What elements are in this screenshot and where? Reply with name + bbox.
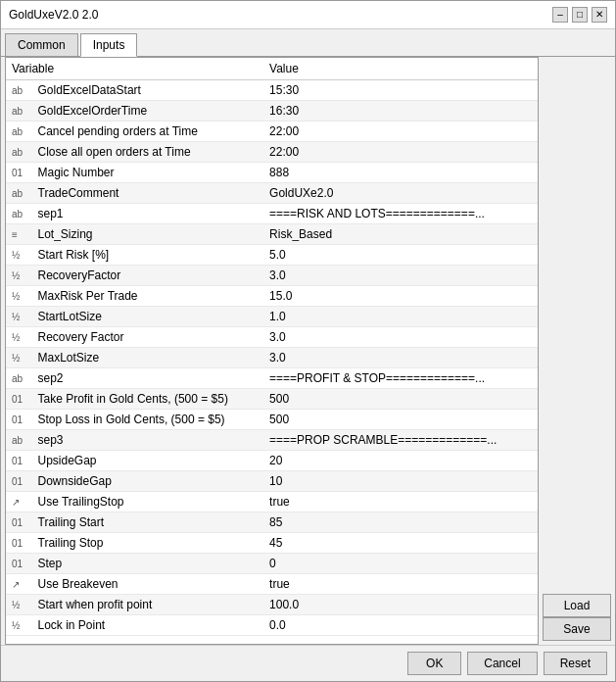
tab-common[interactable]: Common <box>5 33 78 56</box>
row-icon: ↗ <box>6 574 32 595</box>
bottom-bar: OK Cancel Reset <box>1 645 615 681</box>
row-value: 5.0 <box>263 245 538 266</box>
col-variable: Variable <box>6 58 263 80</box>
row-value: Risk_Based <box>263 224 538 245</box>
row-icon: ½ <box>6 286 32 307</box>
table-row[interactable]: ↗Use TrailingStoptrue <box>6 492 538 512</box>
table-row[interactable]: 01UpsideGap20 <box>6 451 538 471</box>
row-value: true <box>263 574 538 595</box>
table-row[interactable]: ½Start Risk [%]5.0 <box>6 245 538 266</box>
row-value: 22:00 <box>263 142 538 163</box>
row-variable: sep2 <box>32 368 264 389</box>
reset-button[interactable]: Reset <box>544 652 607 675</box>
table-row[interactable]: ½MaxRisk Per Trade15.0 <box>6 286 538 307</box>
save-button[interactable]: Save <box>543 617 611 641</box>
row-variable: Use TrailingStop <box>32 492 264 512</box>
row-value: 3.0 <box>263 327 538 348</box>
row-value: 85 <box>263 512 538 533</box>
row-variable: Step <box>32 554 264 574</box>
tab-inputs[interactable]: Inputs <box>80 33 138 57</box>
row-icon: 01 <box>6 533 32 554</box>
table-row[interactable]: ↗Use Breakeventrue <box>6 574 538 595</box>
row-icon: 01 <box>6 389 32 410</box>
row-variable: Close all open orders at Time <box>32 142 264 163</box>
table-row[interactable]: abGoldExcelDataStart15:30 <box>6 80 538 101</box>
row-variable: Lot_Sizing <box>32 224 264 245</box>
table-row[interactable]: ½StartLotSize1.0 <box>6 307 538 327</box>
row-variable: sep1 <box>32 204 264 224</box>
table-row[interactable]: 01Stop Loss in Gold Cents, (500 = $5)500 <box>6 410 538 430</box>
table-row[interactable]: 01Take Profit in Gold Cents, (500 = $5)5… <box>6 389 538 410</box>
row-icon: ½ <box>6 595 32 615</box>
row-variable: RecoveryFactor <box>32 266 264 286</box>
row-variable: GoldExcelOrderTime <box>32 101 264 122</box>
table-row[interactable]: 01Trailing Stop45 <box>6 533 538 554</box>
row-icon: 01 <box>6 410 32 430</box>
row-variable: Use Breakeven <box>32 574 264 595</box>
table-row[interactable]: ½Recovery Factor3.0 <box>6 327 538 348</box>
row-value: 16:30 <box>263 101 538 122</box>
table-row[interactable]: absep3====PROP SCRAMBLE=============... <box>6 430 538 451</box>
row-value: 500 <box>263 389 538 410</box>
table-row[interactable]: ½RecoveryFactor3.0 <box>6 266 538 286</box>
table-row[interactable]: abClose all open orders at Time22:00 <box>6 142 538 163</box>
row-icon: ½ <box>6 266 32 286</box>
minimize-button[interactable]: – <box>552 7 568 23</box>
row-icon: ½ <box>6 327 32 348</box>
table-row[interactable]: 01DownsideGap10 <box>6 471 538 492</box>
row-icon: ½ <box>6 615 32 636</box>
close-button[interactable]: ✕ <box>592 7 607 23</box>
table-row[interactable]: absep1====RISK AND LOTS=============... <box>6 204 538 224</box>
table-row[interactable]: 01Magic Number888 <box>6 163 538 183</box>
main-window: GoldUxeV2.0 2.0 – □ ✕ Common Inputs Vari… <box>0 0 616 682</box>
cancel-button[interactable]: Cancel <box>467 652 537 675</box>
row-value: ====RISK AND LOTS=============... <box>263 204 538 224</box>
row-value: 1.0 <box>263 307 538 327</box>
row-variable: Take Profit in Gold Cents, (500 = $5) <box>32 389 264 410</box>
row-variable: Cancel pending orders at Time <box>32 122 264 142</box>
inputs-table: Variable Value abGoldExcelDataStart15:30… <box>6 58 538 636</box>
table-row[interactable]: 01Step0 <box>6 554 538 574</box>
row-icon: ab <box>6 101 32 122</box>
table-row[interactable]: abTradeCommentGoldUXe2.0 <box>6 183 538 204</box>
maximize-button[interactable]: □ <box>572 7 588 23</box>
row-icon: ½ <box>6 245 32 266</box>
row-variable: MaxRisk Per Trade <box>32 286 264 307</box>
row-value: 22:00 <box>263 122 538 142</box>
row-icon: ab <box>6 122 32 142</box>
row-value: 3.0 <box>263 266 538 286</box>
row-value: 0 <box>263 554 538 574</box>
row-icon: ab <box>6 430 32 451</box>
row-icon: ≡ <box>6 224 32 245</box>
main-body: Variable Value abGoldExcelDataStart15:30… <box>1 57 615 645</box>
row-icon: ab <box>6 204 32 224</box>
row-icon: ab <box>6 183 32 204</box>
table-row[interactable]: ½Start when profit point100.0 <box>6 595 538 615</box>
table-row[interactable]: ½Lock in Point0.0 <box>6 615 538 636</box>
table-container[interactable]: Variable Value abGoldExcelDataStart15:30… <box>6 58 538 644</box>
table-row[interactable]: abGoldExcelOrderTime16:30 <box>6 101 538 122</box>
table-row[interactable]: ≡Lot_SizingRisk_Based <box>6 224 538 245</box>
row-value: ====PROFIT & STOP=============... <box>263 368 538 389</box>
row-value: 100.0 <box>263 595 538 615</box>
ok-button[interactable]: OK <box>407 652 461 675</box>
row-variable: Recovery Factor <box>32 327 264 348</box>
row-value: 500 <box>263 410 538 430</box>
right-panel: Load Save <box>543 57 615 645</box>
row-value: true <box>263 492 538 512</box>
table-row[interactable]: ½MaxLotSize3.0 <box>6 348 538 368</box>
window-controls: – □ ✕ <box>552 7 607 23</box>
title-bar: GoldUxeV2.0 2.0 – □ ✕ <box>1 1 615 29</box>
row-variable: MaxLotSize <box>32 348 264 368</box>
row-value: ====PROP SCRAMBLE=============... <box>263 430 538 451</box>
row-icon: ½ <box>6 307 32 327</box>
load-button[interactable]: Load <box>543 594 611 617</box>
table-row[interactable]: 01Trailing Start85 <box>6 512 538 533</box>
row-value: 3.0 <box>263 348 538 368</box>
row-icon: 01 <box>6 471 32 492</box>
row-value: 15:30 <box>263 80 538 101</box>
row-value: 15.0 <box>263 286 538 307</box>
row-variable: sep3 <box>32 430 264 451</box>
table-row[interactable]: absep2====PROFIT & STOP=============... <box>6 368 538 389</box>
table-row[interactable]: abCancel pending orders at Time22:00 <box>6 122 538 142</box>
